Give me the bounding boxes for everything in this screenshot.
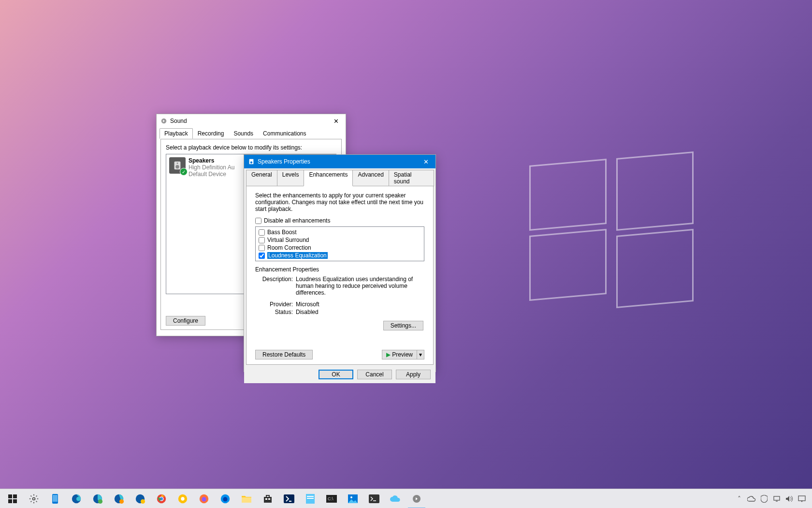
phone-icon[interactable] [44,489,66,508]
firefox-dev-icon[interactable] [215,489,236,508]
apply-button[interactable]: Apply [396,370,431,379]
svg-point-5 [250,162,252,164]
group-title: Enhancement Properties [255,266,424,273]
powershell-icon[interactable] [278,489,300,508]
props-close-button[interactable]: ✕ [416,155,435,168]
preview-button[interactable]: ▶Preview ▾ [382,350,424,359]
store-icon[interactable] [257,489,278,508]
device-text: Speakers High Definition Au Default Devi… [188,157,234,178]
enh-bass-boost[interactable]: Bass Boost [259,228,421,236]
svg-point-26 [202,497,206,501]
svg-rect-41 [369,494,379,503]
speaker-device-icon: ✓ [169,157,186,174]
preview-dropdown[interactable]: ▾ [417,350,424,359]
svg-rect-6 [8,494,12,498]
configure-button[interactable]: Configure [166,316,205,326]
photos-icon[interactable] [342,489,363,508]
explorer-icon[interactable] [236,489,257,508]
props-body: Select the enhancements to apply for you… [246,186,434,365]
cancel-button[interactable]: Cancel [357,370,392,379]
enhancements-list[interactable]: Bass Boost Virtual Surround Room Correct… [255,226,424,261]
tab-recording[interactable]: Recording [193,128,229,139]
svg-rect-9 [13,499,17,503]
svg-rect-32 [268,498,270,500]
svg-rect-35 [307,496,314,497]
cmd-icon[interactable]: C:\ [321,489,342,508]
props-tabs: General Levels Enhancements Advanced Spa… [244,168,435,186]
sound-titlebar[interactable]: Sound ✕ [157,114,346,128]
svg-rect-30 [264,497,272,503]
chrome-canary-icon[interactable] [172,489,193,508]
restore-defaults-button[interactable]: Restore Defaults [255,350,313,359]
enh-room-correction[interactable]: Room Correction [259,244,421,252]
notepad-icon[interactable] [300,489,321,508]
ptab-enhancements[interactable]: Enhancements [304,170,353,186]
svg-rect-8 [8,499,12,503]
ok-button[interactable]: OK [319,370,353,379]
tab-sounds[interactable]: Sounds [229,128,258,139]
props-titlebar[interactable]: Speakers Properties ✕ [244,155,435,168]
firefox-icon[interactable] [193,489,215,508]
tab-playback[interactable]: Playback [160,128,193,139]
edge-dev-icon[interactable] [108,489,130,508]
svg-rect-29 [242,497,251,503]
system-tray: ˄ [734,489,810,508]
edge-canary-icon[interactable] [130,489,151,508]
sound-hint: Select a playback device below to modify… [166,144,336,151]
cloud-icon[interactable] [385,489,406,508]
windows-logo-wallpaper [529,155,694,305]
sound-icon [160,118,167,124]
start-button[interactable] [2,489,23,508]
svg-rect-36 [307,498,314,499]
terminal-icon[interactable] [363,489,385,508]
svg-rect-31 [265,498,267,500]
tray-onedrive-icon[interactable] [746,489,757,508]
ptab-general[interactable]: General [246,170,277,186]
ptab-advanced[interactable]: Advanced [352,170,389,186]
settings-button[interactable]: Settings... [383,321,423,330]
svg-point-19 [141,499,145,503]
enh-provider: Microsoft [296,301,424,308]
svg-point-15 [98,499,102,503]
enh-status: Disabled [296,309,424,315]
ptab-levels[interactable]: Levels [277,170,304,186]
tray-volume-icon[interactable] [784,489,795,508]
svg-point-10 [33,497,35,500]
tray-security-icon[interactable] [759,489,769,508]
props-desc: Select the enhancements to apply for you… [255,192,424,212]
tab-communications[interactable]: Communications [258,128,311,139]
sound-taskbar-icon[interactable] [406,489,427,508]
sound-title: Sound [170,118,326,124]
svg-point-3 [177,163,178,164]
edge-icon[interactable] [66,489,87,508]
enh-virtual-surround[interactable]: Virtual Surround [259,236,421,244]
disable-all-checkbox[interactable]: Disable all enhancements [255,217,424,224]
tray-action-center-icon[interactable] [797,489,807,508]
play-icon: ▶ [386,351,391,358]
taskbar[interactable]: C:\ ˄ [0,489,812,508]
ptab-spatial[interactable]: Spatial sound [389,170,434,186]
enhancement-properties-group: Enhancement Properties Description:Loudn… [255,266,424,315]
svg-point-40 [350,496,352,498]
dialog-buttons: OK Cancel Apply [244,365,435,383]
settings-icon[interactable] [23,489,44,508]
chrome-icon[interactable] [151,489,172,508]
svg-point-28 [223,497,227,501]
default-check-icon: ✓ [180,168,188,176]
enh-loudness-equalization[interactable]: Loudness Equalization [259,252,421,259]
svg-rect-12 [53,495,58,502]
edge-beta-icon[interactable] [87,489,108,508]
props-title: Speakers Properties [258,158,416,165]
svg-rect-7 [13,494,17,498]
enh-description: Loudness Equalization uses understanding… [296,276,424,296]
speakers-properties-window: Speakers Properties ✕ General Levels Enh… [244,154,436,372]
sound-close-button[interactable]: ✕ [326,114,346,128]
svg-point-24 [181,497,184,500]
tray-network-icon[interactable] [771,489,782,508]
disable-all-input[interactable] [255,218,261,224]
svg-rect-44 [798,496,805,501]
sound-tabs: Playback Recording Sounds Communications [157,128,346,139]
tray-chevron-up-icon[interactable]: ˄ [734,489,744,508]
svg-point-17 [119,499,124,503]
svg-point-2 [175,165,179,168]
